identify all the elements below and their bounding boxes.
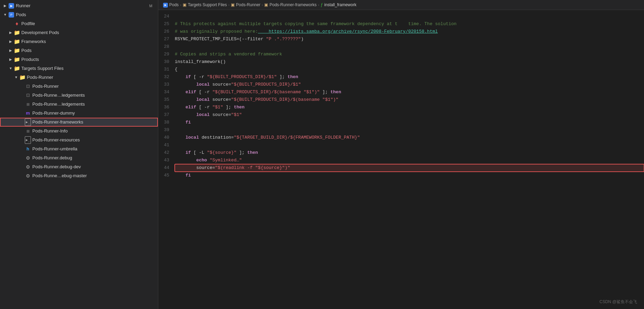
sidebar-item-targets-support[interactable]: ▼📁Targets Support Files	[0, 64, 158, 73]
folder-icon: 📁	[14, 56, 20, 63]
code-token: "P .*.??????"	[266, 36, 301, 42]
sidebar-item-pods-runner-umbrella[interactable]: hPods-Runner-umbrella	[0, 145, 158, 153]
sidebar-item-products[interactable]: ▶📁Products	[0, 55, 158, 64]
sidebar-item-podfile[interactable]: ♦Podfile	[0, 19, 158, 28]
sidebar-item-pods-runner-ack2[interactable]: ⊞Pods-Runne…ledgements	[0, 100, 158, 109]
folder-icon: 📁	[14, 47, 20, 54]
h-icon: h	[25, 146, 31, 152]
tree-item-label: Pods-Runner-frameworks	[32, 119, 83, 126]
code-token: destination=	[199, 135, 234, 140]
sidebar: ▶▶RunnerM▼PPods♦Podfile▶📁Development Pod…	[0, 0, 158, 309]
code-line: 29# Copies and strips a vendored framewo…	[158, 51, 644, 58]
breadcrumb: ▶Pods›▣Targets Support Files›▣Pods-Runne…	[158, 0, 644, 10]
code-token: fi	[175, 120, 191, 125]
line-content: # was originally proposed here: https://…	[175, 28, 644, 35]
tree-item-label: Pods	[16, 11, 26, 18]
sidebar-item-pods-runner-ack[interactable]: ⊡Pods-Runne…ledgements	[0, 91, 158, 100]
sidebar-item-pods-runner-group[interactable]: ▼📁Pods-Runner	[0, 73, 158, 82]
bc-label: Pods	[169, 2, 179, 7]
chevron-icon: ▶	[8, 48, 13, 53]
line-number: 27	[158, 35, 175, 43]
chevron-icon: ▼	[14, 75, 19, 80]
sidebar-item-pods-runner-frameworks[interactable]: ▶_Pods-Runner-frameworks	[0, 118, 158, 127]
sidebar-item-pods-runner-resources[interactable]: ▶_Pods-Runner-resources	[0, 136, 158, 145]
sidebar-item-pods-runner-debug[interactable]: ⚙Pods-Runner.debug	[0, 153, 158, 162]
book-icon: ⊡	[25, 83, 31, 89]
tree-item-label: Products	[21, 56, 39, 63]
breadcrumb-item-pods-runner[interactable]: ▣Pods-Runner	[231, 2, 260, 7]
code-token: # Copies and strips a vendored framework	[175, 52, 282, 57]
sidebar-item-dev-pods[interactable]: ▶📁Development Pods	[0, 28, 158, 37]
code-token: {	[175, 67, 178, 72]
code-token: "$1"	[212, 105, 223, 110]
code-line: 27RSYNC_PROTECT_TMP_FILES=(--filter "P .…	[158, 35, 644, 43]
code-line: 45 fi	[158, 172, 644, 179]
badge: M	[149, 2, 155, 9]
tree-item-label: Runner	[16, 2, 31, 9]
terminal-icon: ▶_	[25, 119, 31, 125]
breadcrumb-item-targets-support-files[interactable]: ▣Targets Support Files	[183, 2, 227, 7]
chevron-icon: ▶	[8, 57, 13, 62]
code-token: source=	[210, 97, 231, 102]
line-content: RSYNC_PROTECT_TMP_FILES=(--filter "P .*.…	[175, 35, 644, 43]
bc-folder-icon: ▣	[183, 2, 186, 7]
code-token: fi	[175, 173, 191, 178]
code-token: # was originally proposed here:	[175, 29, 258, 34]
chevron-icon: ▼	[3, 12, 8, 17]
tree-item-label: Pods-Runner	[32, 83, 59, 90]
bc-label: Pods-Runner-frameworks	[269, 2, 316, 7]
sidebar-item-pods-runner-debug-dev[interactable]: ⚙Pods-Runner.debug-dev	[0, 162, 158, 171]
code-line: 36 elif [ -r "$1" ]; then	[158, 104, 644, 111]
line-content: # This protects against multiple targets…	[175, 20, 644, 28]
code-line: 43 echo "Symlinked…"	[158, 157, 644, 164]
code-token: "Symlinked…"	[210, 158, 242, 163]
code-token: ];	[223, 105, 234, 110]
line-number: 29	[158, 51, 175, 58]
line-number: 42	[158, 149, 175, 157]
grid-icon: ⊞	[25, 101, 31, 107]
tree-item-label: Pods-Runne…ebug-master	[32, 172, 87, 179]
tree-item-label: Pods-Runner-umbrella	[32, 146, 77, 152]
sidebar-item-pods-runner-dummy[interactable]: mPods-Runner-dummy	[0, 109, 158, 118]
line-content: source="$(readlink -f "${source}")"	[175, 164, 644, 172]
breadcrumb-separator: ›	[262, 3, 263, 7]
code-area[interactable]: 2425# This protects against multiple tar…	[158, 10, 644, 309]
tree-item-label: Pods-Runner-Info	[32, 128, 68, 135]
folder-icon: 📁	[14, 39, 20, 45]
line-number: 32	[158, 73, 175, 81]
code-line: 31{	[158, 66, 644, 73]
line-content: elif [ -r "${BUILT_PRODUCTS_DIR}/$(basen…	[175, 88, 644, 96]
sidebar-item-pods[interactable]: ▶📁Pods	[0, 46, 158, 55]
line-number: 39	[158, 126, 175, 134]
bc-file-icon: ƒ	[321, 2, 323, 7]
code-line: 25# This protects against multiple targe…	[158, 20, 644, 28]
sidebar-item-pods-runner-1[interactable]: ⊡Pods-Runner	[0, 82, 158, 91]
breadcrumb-item-pods[interactable]: ▶Pods	[163, 2, 179, 8]
terminal-icon: ▶_	[25, 137, 31, 143]
chevron-icon: ▶	[8, 39, 13, 44]
line-number: 43	[158, 157, 175, 164]
line-content: install_framework()	[175, 58, 644, 66]
code-token: "${source}"	[207, 150, 237, 155]
sidebar-item-pods-runner-info[interactable]: ⊞Pods-Runner-Info	[0, 127, 158, 136]
code-token: local	[175, 135, 199, 140]
watermark: CSDN @鲨鱼不会飞	[599, 299, 637, 305]
code-token: source=	[175, 165, 215, 170]
breadcrumb-item-install_framework[interactable]: ƒinstall_framework	[321, 2, 356, 7]
code-token: then	[234, 105, 245, 110]
pods-icon: P	[8, 12, 14, 18]
line-number: 36	[158, 104, 175, 111]
breadcrumb-item-pods-runner-frameworks[interactable]: ▣Pods-Runner-frameworks	[264, 2, 316, 7]
sidebar-item-frameworks[interactable]: ▶📁Frameworks	[0, 37, 158, 46]
code-token: RSYNC_PROTECT_TMP_FILES=(--filter	[175, 36, 266, 42]
sidebar-item-pods-runner-debug-master[interactable]: ⚙Pods-Runne…ebug-master	[0, 171, 158, 180]
sidebar-item-pods-group[interactable]: ▼PPods	[0, 10, 158, 19]
line-content: local source="${BUILT_PRODUCTS_DIR}/$(ba…	[175, 96, 644, 104]
line-number: 33	[158, 81, 175, 88]
chevron-icon: ▶	[8, 30, 13, 35]
code-token: https://lists.samba.org/archive/rsync/20…	[258, 29, 438, 34]
code-token: if	[175, 74, 191, 79]
code-line: 32 if [ -r "${BUILT_PRODUCTS_DIR}/$1" ];…	[158, 73, 644, 81]
sidebar-item-runner[interactable]: ▶▶RunnerM	[0, 1, 158, 10]
gear-icon: ⚙	[25, 164, 31, 170]
